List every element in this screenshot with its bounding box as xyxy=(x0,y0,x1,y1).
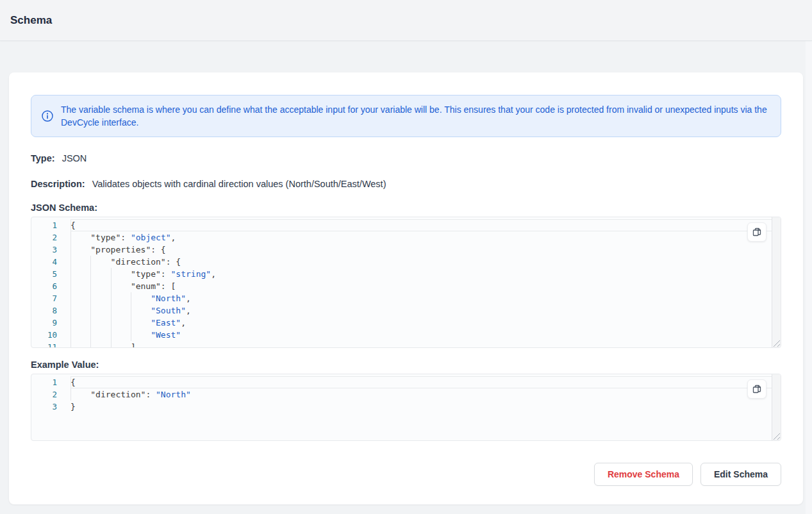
code-line[interactable]: 10"West" xyxy=(31,329,781,341)
json-schema-editor[interactable]: 1{2"type": "object",3"properties": {4"di… xyxy=(31,217,781,348)
copy-icon xyxy=(752,384,762,394)
code-line[interactable]: 6"enum": [ xyxy=(31,280,781,292)
line-number: 7 xyxy=(31,292,70,304)
copy-button[interactable] xyxy=(747,222,766,242)
page-scrollbar-gutter xyxy=(806,0,812,514)
editor-scrollbar[interactable] xyxy=(772,374,781,440)
info-alert-text: The variable schema is where you can def… xyxy=(61,103,770,129)
code-lines[interactable]: 1{2"direction": "North"3} xyxy=(31,374,781,413)
schema-card: The variable schema is where you can def… xyxy=(9,72,803,504)
page-header: Schema xyxy=(0,0,812,41)
info-alert: The variable schema is where you can def… xyxy=(31,95,781,137)
line-number: 9 xyxy=(31,317,70,329)
remove-schema-button[interactable]: Remove Schema xyxy=(594,463,693,486)
type-row: Type: JSON xyxy=(31,153,781,164)
code-line[interactable]: 9"East", xyxy=(31,317,781,329)
description-label: Description: xyxy=(31,179,85,189)
code-line[interactable]: 1{ xyxy=(31,376,781,388)
example-value-label-row: Example Value: xyxy=(31,359,781,370)
code-line[interactable]: 2"type": "object", xyxy=(31,231,781,244)
line-number: 2 xyxy=(31,388,70,401)
type-value: JSON xyxy=(62,153,87,163)
action-buttons-row: Remove Schema Edit Schema xyxy=(31,463,781,486)
code-line[interactable]: 11] xyxy=(31,341,781,348)
code-line[interactable]: 8"South", xyxy=(31,304,781,317)
line-number: 1 xyxy=(31,219,70,231)
code-line[interactable]: 4"direction": { xyxy=(31,256,781,268)
code-line[interactable]: 1{ xyxy=(31,219,781,231)
description-value: Validates objects with cardinal directio… xyxy=(92,179,386,189)
code-line[interactable]: 5"type": "string", xyxy=(31,268,781,280)
json-schema-label: JSON Schema: xyxy=(31,203,97,213)
code-line[interactable]: 3"properties": { xyxy=(31,244,781,256)
line-number: 11 xyxy=(31,341,70,348)
line-number: 10 xyxy=(31,329,70,341)
line-number: 5 xyxy=(31,268,70,280)
page-title: Schema xyxy=(10,14,52,27)
line-number: 3 xyxy=(31,401,70,413)
info-icon xyxy=(42,110,53,122)
line-number: 2 xyxy=(31,231,70,244)
line-number: 6 xyxy=(31,280,70,292)
line-number: 4 xyxy=(31,256,70,268)
description-row: Description: Validates objects with card… xyxy=(31,178,781,190)
page-content: The variable schema is where you can def… xyxy=(0,41,812,504)
example-value-label: Example Value: xyxy=(31,360,99,370)
code-line[interactable]: 3} xyxy=(31,401,781,413)
line-number: 8 xyxy=(31,304,70,317)
line-number: 3 xyxy=(31,244,70,256)
json-schema-label-row: JSON Schema: xyxy=(31,202,781,213)
edit-schema-button[interactable]: Edit Schema xyxy=(700,463,781,486)
code-lines[interactable]: 1{2"type": "object",3"properties": {4"di… xyxy=(31,217,781,348)
code-line[interactable]: 7"North", xyxy=(31,292,781,304)
example-value-editor[interactable]: 1{2"direction": "North"3} xyxy=(31,374,781,441)
editor-scrollbar[interactable] xyxy=(772,217,781,347)
copy-icon xyxy=(752,227,762,237)
code-line[interactable]: 2"direction": "North" xyxy=(31,388,781,401)
line-number: 1 xyxy=(31,376,70,388)
type-label: Type: xyxy=(31,153,55,163)
copy-button[interactable] xyxy=(747,379,766,399)
